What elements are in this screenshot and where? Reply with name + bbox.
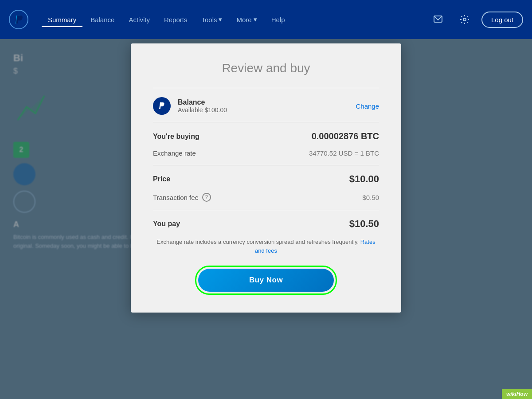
buy-now-button[interactable]: Buy Now bbox=[198, 269, 334, 292]
nav-more[interactable]: More ▾ bbox=[230, 12, 263, 27]
price-row: Price $10.00 bbox=[153, 173, 379, 185]
review-buy-modal: Review and buy Balance Available $100.00… bbox=[131, 43, 401, 313]
transaction-fee-label: Transaction fee bbox=[153, 194, 199, 201]
price-value: $10.00 bbox=[349, 173, 379, 185]
price-divider bbox=[153, 165, 379, 165]
settings-button[interactable] bbox=[455, 10, 474, 29]
payment-method-left: Balance Available $100.00 bbox=[153, 97, 227, 115]
exchange-rate-label: Exchange rate bbox=[153, 149, 196, 157]
modal-title: Review and buy bbox=[153, 61, 379, 75]
payment-method-row: Balance Available $100.00 Change bbox=[153, 97, 379, 122]
messages-button[interactable] bbox=[428, 10, 448, 29]
you-buying-row: You're buying 0.00002876 BTC bbox=[153, 131, 379, 141]
you-pay-divider bbox=[153, 210, 379, 210]
tools-chevron-icon: ▾ bbox=[219, 16, 222, 23]
price-label: Price bbox=[153, 175, 170, 183]
you-pay-row: You pay $10.50 bbox=[153, 218, 379, 230]
you-buying-label: You're buying bbox=[153, 133, 200, 141]
detail-section: You're buying 0.00002876 BTC Exchange ra… bbox=[153, 131, 379, 230]
fee-label-row: Transaction fee ? bbox=[153, 193, 211, 202]
paypal-icon bbox=[153, 97, 171, 115]
available-balance: Available $100.00 bbox=[178, 106, 227, 113]
modal-overlay: Review and buy Balance Available $100.00… bbox=[0, 39, 532, 399]
logout-button[interactable]: Log out bbox=[481, 12, 523, 28]
footer-note-text: Exchange rate includes a currency conver… bbox=[156, 239, 359, 245]
footer-note: Exchange rate includes a currency conver… bbox=[153, 238, 379, 255]
nav-summary[interactable]: Summary bbox=[42, 12, 82, 27]
wikihow-badge: wikiHow bbox=[502, 389, 532, 399]
nav-tools[interactable]: Tools ▾ bbox=[195, 12, 228, 27]
nav-reports[interactable]: Reports bbox=[158, 12, 194, 27]
svg-point-1 bbox=[463, 18, 466, 21]
change-link[interactable]: Change bbox=[356, 102, 379, 110]
transaction-fee-value: $0.50 bbox=[362, 194, 379, 201]
you-buying-value: 0.00002876 BTC bbox=[312, 131, 379, 141]
nav-right: Log out bbox=[428, 10, 523, 29]
page-background: Bi $ 2 A Bitcoin is commonly used as cas… bbox=[0, 39, 532, 399]
exchange-rate-row: Exchange rate 34770.52 USD = 1 BTC bbox=[153, 149, 379, 157]
nav-balance[interactable]: Balance bbox=[84, 12, 121, 27]
nav-tools-label: Tools bbox=[201, 16, 217, 23]
navbar: Summary Balance Activity Reports Tools ▾… bbox=[0, 0, 532, 39]
exchange-rate-value: 34770.52 USD = 1 BTC bbox=[309, 149, 379, 157]
payment-method-info: Balance Available $100.00 bbox=[178, 98, 227, 113]
paypal-logo bbox=[9, 10, 28, 29]
you-pay-value: $10.50 bbox=[349, 218, 379, 230]
modal-top-divider bbox=[153, 88, 379, 88]
nav-help[interactable]: Help bbox=[265, 12, 291, 27]
nav-more-label: More bbox=[236, 16, 251, 23]
more-chevron-icon: ▾ bbox=[254, 16, 257, 23]
you-pay-label: You pay bbox=[153, 220, 180, 228]
buy-now-wrapper: Buy Now bbox=[195, 266, 337, 295]
transaction-fee-row: Transaction fee ? $0.50 bbox=[153, 193, 379, 202]
help-icon[interactable]: ? bbox=[202, 193, 211, 202]
nav-links: Summary Balance Activity Reports Tools ▾… bbox=[42, 12, 428, 27]
nav-activity[interactable]: Activity bbox=[122, 12, 156, 27]
balance-label: Balance bbox=[178, 98, 227, 106]
